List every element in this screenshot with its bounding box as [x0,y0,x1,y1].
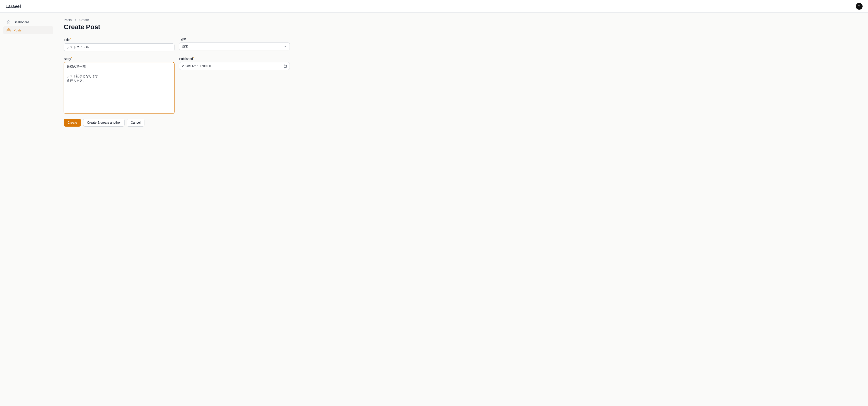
create-another-button[interactable]: Create & create another [83,119,125,127]
required-mark: * [193,56,194,59]
published-label: Published* [179,56,290,61]
title-label: Title* [64,37,175,41]
sidebar-item-label: Dashboard [13,20,29,24]
title-input[interactable] [64,43,175,51]
svg-rect-0 [7,29,10,32]
breadcrumb-posts[interactable]: Posts [64,18,72,22]
body-textarea[interactable] [64,62,175,114]
brand: Laravel [5,4,21,9]
required-mark: * [70,37,71,40]
chevron-right-icon [74,18,77,22]
sidebar-item-label: Posts [13,29,22,32]
type-select[interactable]: 通常 [179,42,290,50]
create-button[interactable]: Create [64,119,81,127]
field-title: Title* [64,37,175,51]
cancel-button[interactable]: Cancel [127,119,145,127]
field-type: Type 通常 [179,37,290,51]
breadcrumb-create: Create [79,18,89,22]
form-actions: Create Create & create another Cancel [64,119,375,127]
required-mark: * [71,56,72,59]
form: Title* Type 通常 Body* [64,37,290,114]
field-body: Body* [64,56,175,114]
body-label: Body* [64,56,175,61]
sidebar-item-dashboard[interactable]: Dashboard [3,18,53,26]
home-icon [6,20,11,24]
avatar[interactable]: Y [856,3,863,10]
topbar: Laravel Y [0,0,868,13]
sidebar: Dashboard Posts [0,13,57,406]
sidebar-item-posts[interactable]: Posts [3,26,53,34]
published-input[interactable] [179,62,290,70]
field-published: Published* [179,56,290,114]
main-content: Posts Create Create Post Title* Type 通常 [57,13,382,406]
type-label: Type [179,37,290,41]
page-title: Create Post [64,23,375,31]
breadcrumb: Posts Create [64,18,375,22]
briefcase-icon [6,28,11,33]
